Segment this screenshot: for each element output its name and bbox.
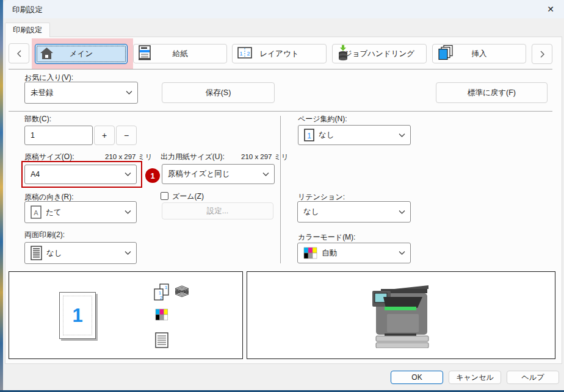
chevron-right-icon <box>540 51 545 58</box>
window-title: 印刷設定 <box>12 5 43 15</box>
printer-illustration <box>371 285 432 348</box>
toolbar-scroll-left-button[interactable] <box>9 43 29 63</box>
orientation-dropdown[interactable]: A たて <box>24 201 137 223</box>
output-paper-size-dimensions: 210 x 297 ミリ <box>241 152 288 162</box>
toolbar-scroll-right-button[interactable] <box>532 44 552 64</box>
ok-button-label: OK <box>411 373 422 382</box>
help-button[interactable]: ヘルプ <box>507 371 559 384</box>
paper-feed-icon <box>139 45 151 62</box>
retention-dropdown[interactable]: なし <box>297 201 411 223</box>
portrait-orientation-icon: A <box>31 205 42 219</box>
pages-1-2-icon: 112 <box>153 283 170 301</box>
copies-input[interactable]: 1 <box>24 126 93 145</box>
preview-page: 1 <box>59 292 96 339</box>
toolbar-button-layout[interactable]: 12 レイアウト <box>232 44 327 63</box>
output-paper-size-label: 出力用紙サイズ(U): <box>161 152 225 162</box>
copies-increment-button[interactable]: + <box>94 126 115 145</box>
copies-value: 1 <box>31 131 35 140</box>
chevron-down-icon <box>125 210 131 215</box>
cancel-button[interactable]: キャンセル <box>449 371 501 384</box>
original-size-label: 原稿サイズ(O): <box>24 152 74 162</box>
toolbar-button-paper-feed[interactable]: 給紙 <box>133 44 227 63</box>
zoom-checkbox[interactable] <box>161 192 168 200</box>
chevron-down-icon <box>399 210 405 214</box>
color-mode-value: 自動 <box>322 248 337 258</box>
separator <box>9 111 552 112</box>
cancel-button-label: キャンセル <box>456 372 493 383</box>
color-mode-label: カラーモード(M): <box>298 232 355 243</box>
help-button-label: ヘルプ <box>522 372 544 383</box>
job-handling-icon <box>338 45 349 63</box>
color-mode-cmyk-icon <box>155 308 168 321</box>
callout-number: 1 <box>150 171 154 180</box>
toolbar-button-label: 給紙 <box>173 49 188 59</box>
output-paper-size-dropdown[interactable]: 原稿サイズと同じ <box>162 164 275 184</box>
retention-value: なし <box>303 207 319 217</box>
page-aggregation-dropdown[interactable]: 1 なし <box>298 125 411 145</box>
paper-stack-icon <box>175 285 189 298</box>
orientation-value: たて <box>46 207 62 218</box>
favorites-value: 未登録 <box>31 88 54 98</box>
home-icon <box>40 48 53 61</box>
duplex-label: 両面印刷(2): <box>24 230 65 240</box>
save-button[interactable]: 保存(S) <box>162 82 275 103</box>
chevron-left-icon <box>16 50 22 57</box>
dialog-window: 印刷設定 ✕ 印刷設定 メイン 給紙 <box>3 0 564 390</box>
chevron-down-icon <box>399 133 405 137</box>
svg-text:2: 2 <box>160 295 163 301</box>
restore-defaults-button[interactable]: 標準に戻す(F) <box>436 82 548 103</box>
print-settings-dialog: 印刷設定 ✕ 印刷設定 メイン 給紙 <box>0 0 564 392</box>
chevron-down-icon <box>125 173 131 177</box>
insert-icon <box>438 45 454 63</box>
zoom-settings-button: 設定... <box>162 202 273 219</box>
page-aggregation-icon: 1 <box>304 129 314 141</box>
save-button-label: 保存(S) <box>206 88 231 98</box>
layout-icon: 12 <box>237 47 252 60</box>
callout-badge-1: 1 <box>145 168 160 183</box>
duplex-none-icon <box>31 246 42 260</box>
page-preview-panel: 1 112 <box>9 271 243 359</box>
svg-text:1: 1 <box>165 285 168 290</box>
printer-preview-panel <box>247 271 555 359</box>
chevron-down-icon <box>262 172 269 176</box>
chevron-down-icon <box>126 91 132 95</box>
toolbar-button-label: 挿入 <box>472 49 487 59</box>
svg-text:A: A <box>34 209 38 216</box>
chevron-down-icon <box>125 251 131 255</box>
document-lines-icon <box>155 332 168 348</box>
close-button[interactable]: ✕ <box>538 1 563 18</box>
output-paper-size-value: 原稿サイズと同じ <box>168 169 230 179</box>
svg-text:1: 1 <box>307 132 311 140</box>
zoom-settings-label: 設定... <box>207 206 228 216</box>
tab-label: 印刷設定 <box>13 25 42 35</box>
svg-text:2: 2 <box>247 51 250 57</box>
copies-decrement-button[interactable]: − <box>116 126 137 145</box>
toolbar-button-job-handling[interactable]: ジョブハンドリング <box>332 44 427 63</box>
restore-defaults-label: 標準に戻す(F) <box>468 88 516 98</box>
original-size-dropdown[interactable]: A4 <box>24 165 137 184</box>
original-size-value: A4 <box>31 170 40 179</box>
minus-icon: − <box>124 130 129 140</box>
chevron-down-icon <box>399 251 405 255</box>
duplex-dropdown[interactable]: なし <box>24 242 137 264</box>
page-aggregation-label: ページ集約(N): <box>298 114 347 124</box>
separator-vertical <box>280 116 281 263</box>
toolbar-button-label: レイアウト <box>260 49 299 59</box>
duplex-value: なし <box>46 248 62 258</box>
title-bar: 印刷設定 ✕ <box>3 0 564 18</box>
color-mode-dropdown[interactable]: 自動 <box>297 243 411 263</box>
svg-text:1: 1 <box>239 51 242 57</box>
preview-page-number: 1 <box>60 293 95 338</box>
tab-print-settings[interactable]: 印刷設定 <box>5 23 50 37</box>
original-size-dimensions: 210 x 297 ミリ <box>105 152 152 162</box>
ok-button[interactable]: OK <box>391 371 443 384</box>
favorites-dropdown[interactable]: 未登録 <box>24 82 138 104</box>
plus-icon: + <box>102 130 107 140</box>
copies-label: 部数(C): <box>24 114 51 124</box>
toolbar-button-insert[interactable]: 挿入 <box>432 44 526 63</box>
toolbar-button-label: ジョブハンドリング <box>344 49 414 59</box>
separator <box>9 69 552 69</box>
page-aggregation-value: なし <box>319 130 334 140</box>
zoom-checkbox-label: ズーム(Z) <box>172 191 204 202</box>
toolbar-button-main[interactable]: メイン <box>35 44 128 64</box>
